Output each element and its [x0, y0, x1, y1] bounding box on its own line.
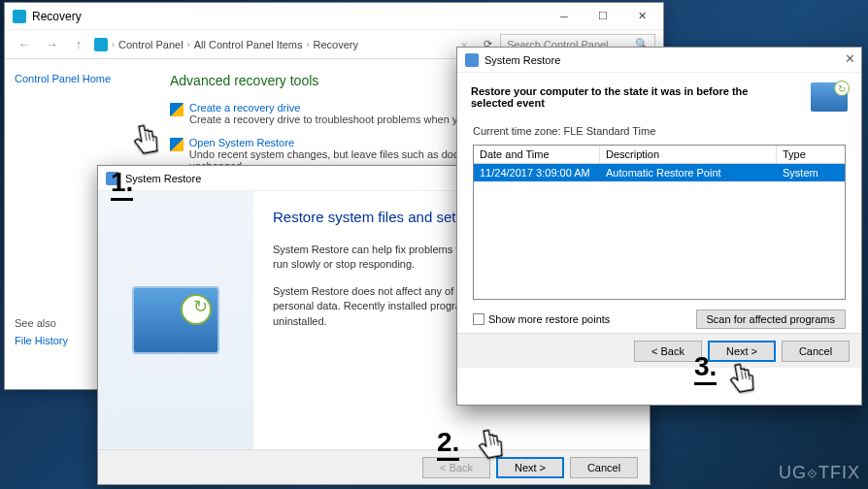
cell-type: System: [777, 164, 845, 181]
column-type[interactable]: Type: [777, 146, 845, 163]
wizard-footer: < Back Next > Cancel: [98, 449, 650, 484]
recovery-icon: [13, 10, 26, 23]
watermark: UG⟐TFIX: [779, 463, 860, 483]
monitor-restore-icon: [811, 82, 848, 112]
control-panel-icon: [94, 38, 108, 51]
forward-arrow-icon[interactable]: →: [40, 33, 63, 56]
checkbox-label: Show more restore points: [488, 313, 610, 325]
wizard-footer: < Back Next > Cancel: [457, 333, 861, 368]
wizard-titlebar: System Restore ✕: [457, 48, 861, 73]
breadcrumb-item[interactable]: Recovery: [314, 39, 358, 50]
wizard-body: Current time zone: FLE Standard Time Dat…: [457, 121, 861, 333]
cell-description: Automatic Restore Point: [600, 164, 777, 181]
window-controls: ─ ☐ ✕: [545, 4, 661, 29]
cancel-button[interactable]: Cancel: [782, 341, 850, 362]
checkbox-icon[interactable]: [473, 313, 484, 325]
control-panel-home-link[interactable]: Control Panel Home: [15, 73, 141, 84]
shield-icon: [170, 103, 184, 116]
table-header: Date and Time Description Type: [474, 146, 845, 164]
window-title: Recovery: [32, 10, 545, 23]
breadcrumb-item[interactable]: All Control Panel Items: [194, 39, 303, 50]
cell-date: 11/24/2017 3:09:00 AM: [474, 164, 600, 181]
breadcrumb[interactable]: › Control Panel › All Control Panel Item…: [94, 38, 449, 51]
next-button[interactable]: Next >: [496, 457, 564, 478]
close-button[interactable]: ✕: [622, 4, 661, 29]
table-footer: Show more restore points Scan for affect…: [473, 310, 846, 329]
column-description[interactable]: Description: [600, 146, 777, 163]
titlebar: Recovery ─ ☐ ✕: [5, 3, 663, 30]
cancel-button[interactable]: Cancel: [570, 457, 638, 478]
system-restore-icon: [465, 53, 479, 67]
wizard-title: System Restore: [484, 54, 560, 66]
wizard-heading: Restore your computer to the state it wa…: [471, 85, 782, 109]
step-1-label: 1.: [111, 167, 133, 201]
step-2-label: 2.: [437, 427, 459, 461]
minimize-button[interactable]: ─: [545, 4, 584, 29]
wizard-banner: [98, 191, 253, 449]
scan-affected-button[interactable]: Scan for affected programs: [696, 310, 846, 329]
restore-points-table: Date and Time Description Type 11/24/201…: [473, 145, 846, 300]
breadcrumb-item[interactable]: Control Panel: [118, 39, 184, 50]
column-date[interactable]: Date and Time: [474, 146, 600, 163]
system-restore-wizard-2: System Restore ✕ Restore your computer t…: [456, 47, 862, 406]
close-icon[interactable]: ✕: [845, 51, 855, 66]
maximize-button[interactable]: ☐: [584, 4, 622, 29]
up-arrow-icon[interactable]: ↑: [67, 33, 90, 56]
next-button[interactable]: Next >: [708, 341, 776, 362]
wizard-title: System Restore: [125, 173, 201, 184]
back-arrow-icon[interactable]: ←: [13, 33, 36, 56]
show-more-checkbox[interactable]: Show more restore points: [473, 313, 610, 325]
back-button[interactable]: < Back: [634, 341, 702, 362]
monitor-restore-icon: [132, 286, 219, 354]
step-3-label: 3.: [694, 351, 717, 385]
chevron-right-icon: ›: [112, 40, 115, 49]
wizard-header: Restore your computer to the state it wa…: [457, 73, 861, 121]
table-row[interactable]: 11/24/2017 3:09:00 AM Automatic Restore …: [474, 164, 845, 181]
chevron-right-icon: ›: [307, 40, 310, 49]
shield-icon: [170, 138, 184, 151]
chevron-right-icon: ›: [187, 40, 190, 49]
timezone-label: Current time zone: FLE Standard Time: [473, 125, 846, 137]
